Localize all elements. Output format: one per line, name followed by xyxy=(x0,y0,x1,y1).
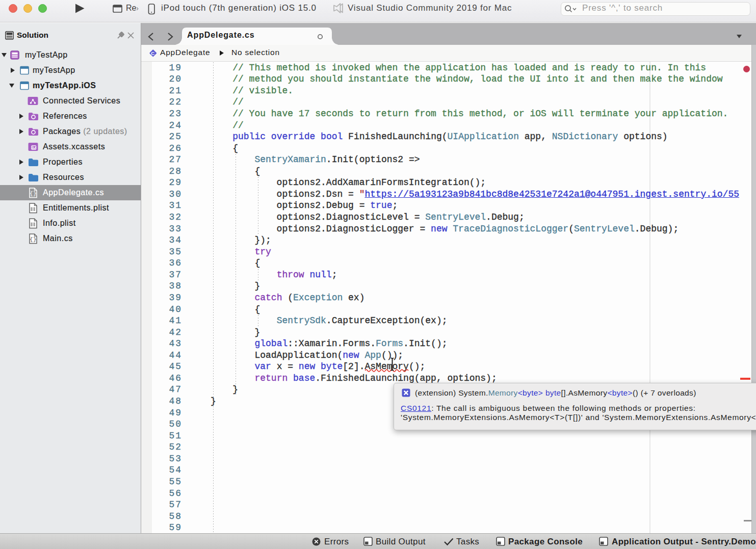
svg-text:C: C xyxy=(151,50,155,56)
svg-text:{}: {} xyxy=(30,191,37,197)
svg-text:{}: {} xyxy=(30,237,37,243)
